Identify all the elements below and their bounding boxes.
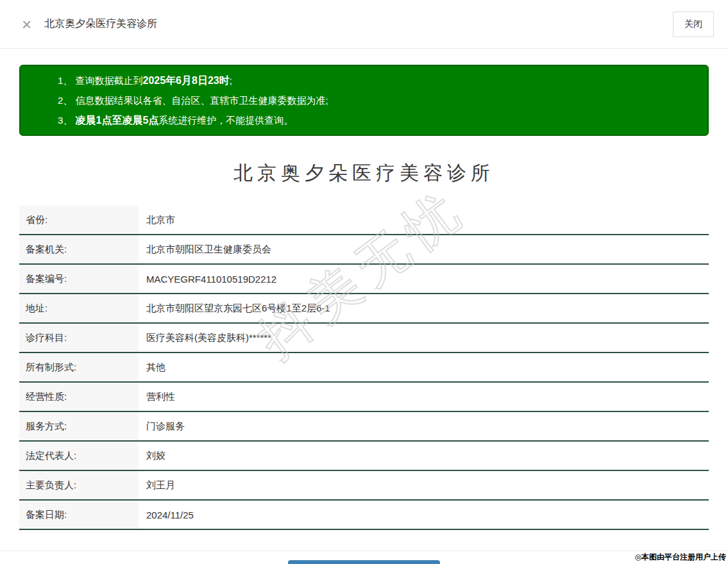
table-row: 所有制形式:其他 xyxy=(19,353,709,383)
close-x-icon[interactable]: × xyxy=(22,16,31,33)
row-label: 备案日期: xyxy=(19,501,139,529)
upload-stamp: ◎本图由平台注册用户上传 xyxy=(635,552,726,563)
close-window-button[interactable]: 〖关闭窗口〗 xyxy=(288,560,440,564)
page-title: 北京奥夕朵医疗美容诊所 xyxy=(0,160,728,187)
row-value: 北京市 xyxy=(139,206,709,234)
notice-line: 2、 信息数据结果以各省、自治区、直辖市卫生健康委数据为准; xyxy=(58,90,701,110)
row-label: 诊疗科目: xyxy=(19,324,139,352)
table-row: 地址:北京市朝阳区望京东园七区6号楼1至2层6-1 xyxy=(19,294,709,324)
window-title: 北京奥夕朵医疗美容诊所 xyxy=(44,17,157,31)
row-value: 门诊服务 xyxy=(139,412,709,440)
notice-line: 1、 查询数据截止到2025年6月8日23时; xyxy=(58,70,701,90)
close-button[interactable]: 关闭 xyxy=(673,12,714,37)
info-table: 省份:北京市备案机关:北京市朝阳区卫生健康委员会备案编号:MACYEGRF411… xyxy=(19,206,709,530)
notice-box: 1、 查询数据截止到2025年6月8日23时;2、 信息数据结果以各省、自治区、… xyxy=(19,65,709,136)
row-value: 营利性 xyxy=(139,383,709,411)
table-row: 经营性质:营利性 xyxy=(19,383,709,412)
row-value: MACYEGRF411010519D2212 xyxy=(139,265,709,293)
row-value: 刘姣 xyxy=(139,442,709,470)
window-header: × 北京奥夕朵医疗美容诊所 关闭 xyxy=(0,0,728,49)
row-label: 主要负责人: xyxy=(19,471,139,499)
row-label: 备案编号: xyxy=(19,265,139,293)
notice-line: 3、 凌晨1点至凌晨5点系统进行维护，不能提供查询。 xyxy=(58,110,701,130)
row-value: 北京市朝阳区卫生健康委员会 xyxy=(139,235,709,263)
row-label: 法定代表人: xyxy=(19,442,139,470)
row-value: 医疗美容科(美容皮肤科)****** xyxy=(139,324,709,352)
row-value: 北京市朝阳区望京东园七区6号楼1至2层6-1 xyxy=(139,294,709,322)
row-label: 所有制形式: xyxy=(19,353,139,381)
row-label: 地址: xyxy=(19,294,139,322)
table-row: 服务方式:门诊服务 xyxy=(19,412,709,442)
table-row: 备案日期:2024/11/25 xyxy=(19,501,709,530)
table-row: 备案机关:北京市朝阳区卫生健康委员会 xyxy=(19,235,709,265)
table-row: 备案编号:MACYEGRF411010519D2212 xyxy=(19,265,709,294)
footer-divider xyxy=(0,551,728,551)
row-label: 服务方式: xyxy=(19,412,139,440)
row-value: 2024/11/25 xyxy=(139,501,709,529)
table-row: 主要负责人:刘王月 xyxy=(19,471,709,501)
row-value: 其他 xyxy=(139,353,709,381)
row-label: 省份: xyxy=(19,206,139,234)
row-label: 经营性质: xyxy=(19,383,139,411)
table-row: 法定代表人:刘姣 xyxy=(19,442,709,471)
table-row: 省份:北京市 xyxy=(19,206,709,235)
row-label: 备案机关: xyxy=(19,235,139,263)
row-value: 刘王月 xyxy=(139,471,709,499)
table-row: 诊疗科目:医疗美容科(美容皮肤科)****** xyxy=(19,324,709,353)
